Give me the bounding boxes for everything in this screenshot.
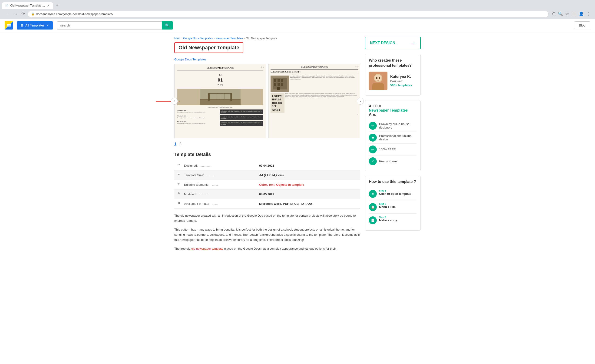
feature-item-4: ✓ Ready to use: [369, 156, 417, 167]
detail-designed-label: ✂ Designed: .............: [177, 163, 253, 168]
address-input[interactable]: 🔒 docsandslides.com/google-docs/old-news…: [28, 11, 549, 17]
prev-page-button[interactable]: ‹: [171, 98, 178, 105]
breadcrumb-google-docs[interactable]: Google Docs Templates: [183, 37, 213, 40]
description-para1: The old newspaper created with an introd…: [174, 213, 360, 223]
new-tab-button[interactable]: +: [54, 2, 60, 9]
step-item-3: 📄 Step 3 Make a copy: [369, 214, 417, 227]
description-link[interactable]: old newspaper template: [191, 247, 223, 250]
feature-item-2: ★ Professional and unique design: [369, 132, 417, 144]
feature-label-1: Drawn by our in-house designers: [379, 122, 417, 129]
details-table: ✂ Designed: ............. 07.04.2021: [174, 161, 360, 208]
scissors-icon-2: ✂: [177, 173, 182, 177]
preview-section-left-2: What's Inside 2 Lorem ipsum dolor sit am…: [177, 115, 219, 120]
search-icon[interactable]: 🔍: [558, 11, 563, 16]
extensions-icon[interactable]: ⬜: [571, 11, 576, 16]
all-templates-button[interactable]: ⊞ All Templates ▼: [17, 21, 53, 29]
breadcrumb-current: Old Newspaper Template: [246, 37, 277, 40]
author-block: Kateryna K. Designed: 500+ templates: [369, 71, 417, 90]
detail-cell-modified-value: 04.05.2022: [256, 189, 360, 199]
profile-icon[interactable]: 👤: [579, 11, 584, 16]
step-icon-3: 📄: [369, 216, 377, 224]
breadcrumb-main[interactable]: Main: [174, 37, 180, 40]
detail-row-designed: ✂ Designed: ............. 07.04.2021: [174, 161, 360, 170]
blog-button[interactable]: Blog: [574, 21, 590, 29]
logo-line-2: [7, 25, 11, 26]
step-icon-2: 📋: [369, 203, 377, 211]
detail-editable-label: ✏ Editable Elements: .......: [177, 182, 253, 187]
preview-page2-big-text: LOREMIPSUMDOLORSITAMET: [270, 93, 284, 113]
all-templates-card: All Our Newspaper Templates Are: ✏ Drawn…: [365, 100, 421, 171]
detail-cell-formats-label: ⚙ Available Formats: .......: [174, 199, 256, 208]
step-label-1: Click to open template: [379, 192, 411, 195]
preview-section-title-1: What's Inside 1: [177, 109, 219, 111]
preview-section-text-2: Lorem ipsum dolor sit amet, consectetur …: [177, 117, 219, 119]
all-templates-card-title: All Our Newspaper Templates Are:: [369, 104, 417, 117]
description-para3: The free old old newspaper template plac…: [174, 246, 360, 251]
preview-day: 01: [177, 77, 263, 83]
detail-formats-value: Microsoft Word, PDF, EPUB, TXT, ODT: [259, 202, 314, 206]
all-templates-title-1: All Our: [369, 104, 381, 108]
all-templates-label: All Templates: [25, 23, 45, 27]
page-num-1[interactable]: 1: [174, 142, 177, 146]
detail-formats-text: Available Formats:: [184, 202, 209, 206]
detail-cell-formats-value: Microsoft Word, PDF, EPUB, TXT, ODT: [256, 199, 360, 208]
search-button[interactable]: 🔍: [162, 21, 173, 29]
sidebar: NEXT DESIGN → Who creates these professi…: [365, 37, 421, 255]
preview-section-title-3: What's Inside 3: [177, 121, 219, 123]
next-design-button[interactable]: NEXT DESIGN →: [365, 37, 421, 49]
menu-icon[interactable]: ⋮: [586, 11, 590, 16]
reload-button[interactable]: ⟳: [21, 10, 26, 17]
author-count: 500+ templates: [390, 83, 412, 87]
bookmark-icon[interactable]: ☆: [565, 11, 569, 16]
preview-page2-building-image: [270, 76, 289, 92]
search-input[interactable]: [57, 21, 162, 29]
preview-page2-lower: LOREMIPSUMDOLORSITAMET Lorem ipsum dolor…: [270, 93, 358, 113]
preview-page2-headline: LOREM IPSUM DOLOR SIT AMET: [270, 71, 358, 74]
author-avatar-image: [369, 71, 387, 90]
back-button[interactable]: ←: [5, 11, 11, 17]
toolbar-icons: G 🔍 ☆ ⬜ 👤 ⋮: [552, 11, 590, 16]
detail-dots-5: .......: [212, 202, 218, 206]
feature-label-4: Ready to use: [379, 159, 397, 163]
preview-section-left: What's Inside 1 Lorem ipsum dolor sit am…: [177, 109, 219, 114]
detail-cell-editable-label: ✏ Editable Elements: .......: [174, 180, 256, 189]
preview-section-box-2: Lorem ipsum dolor sit amet adipiscing el…: [220, 115, 263, 120]
bridge-svg: [177, 89, 263, 105]
building-svg: [270, 76, 289, 92]
breadcrumb-newspaper[interactable]: Newspaper Templates: [215, 37, 243, 40]
active-tab[interactable]: 📄 Old Newspaper Template - Fr... ✕: [2, 2, 53, 9]
preview-page2-num: # 1: [355, 66, 358, 68]
close-tab-button[interactable]: ✕: [47, 4, 50, 7]
who-creates-card: Who creates these professional templates…: [365, 54, 421, 96]
forward-button[interactable]: →: [13, 11, 19, 17]
page-num-2[interactable]: 2: [179, 142, 181, 146]
next-design-label: NEXT DESIGN: [370, 41, 395, 45]
preview-page1-footer-num: 1: [177, 127, 263, 129]
preview-caption: Lorem dolor sit amet, consectetur adipis…: [177, 107, 263, 108]
who-creates-title: Who creates these professional templates…: [369, 58, 417, 68]
feature-icon-2: ★: [369, 134, 377, 142]
preview-page2-cols: Lorem ipsum dolor sit amet, consectetur …: [270, 76, 358, 92]
google-icon: G: [552, 12, 555, 16]
author-name: Kateryna K.: [390, 75, 412, 79]
preview-page2-header: OLD NEWSPAPER TEMPLATE: [270, 66, 358, 70]
pagination: 1 2: [174, 142, 360, 146]
search-container: 🔍: [57, 21, 173, 29]
all-templates-title-2: Newspaper Templates: [369, 108, 408, 112]
next-page-button[interactable]: ›: [357, 98, 364, 105]
lock-icon: 🔒: [31, 12, 35, 15]
svg-rect-17: [277, 83, 280, 86]
step-icon-1: 🖱: [369, 190, 377, 198]
preview-page2-left: LOREMIPSUMDOLORSITAMET: [270, 93, 284, 113]
svg-rect-16: [274, 83, 276, 86]
breadcrumb-sep-2: ›: [214, 37, 214, 40]
svg-rect-15: [281, 79, 283, 82]
site-header: ⊞ All Templates ▼ 🔍 Blog: [0, 19, 595, 32]
author-avatar: [369, 71, 387, 90]
detail-designed-text: Designed:: [184, 164, 198, 167]
preview-section-text-3: Lorem ipsum dolor sit amet, consectetur …: [177, 123, 219, 125]
detail-dots-4: .............: [199, 193, 210, 196]
breadcrumb-sep-3: ›: [244, 37, 245, 40]
svg-rect-1: [200, 99, 241, 105]
details-tbody: ✂ Designed: ............. 07.04.2021: [174, 161, 360, 208]
